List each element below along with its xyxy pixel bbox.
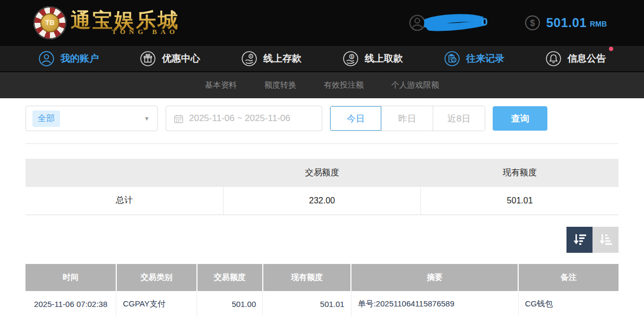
summary-table: 交易额度 现有额度 总计 232.00 501.01 bbox=[25, 159, 619, 215]
quick-range-button-group: 今日 昨日 近8日 bbox=[330, 106, 485, 131]
balance-display[interactable]: $ 501.01 RMB bbox=[524, 14, 607, 31]
date-range-input[interactable]: 2025-11-06 ~ 2025-11-06 bbox=[166, 106, 322, 131]
filter-bar: 全部 ▼ 2025-11-06 ~ 2025-11-06 今日 昨日 近8日 bbox=[25, 106, 619, 131]
withdraw-icon: $ bbox=[342, 50, 359, 67]
col-header-time: 时间 bbox=[25, 264, 116, 291]
site-subtitle: TONG BAO bbox=[112, 28, 178, 36]
nav-item-online-deposit[interactable]: 线上存款 bbox=[241, 50, 302, 67]
sort-descending-icon bbox=[573, 233, 587, 246]
nav-label: 我的账户 bbox=[61, 52, 99, 65]
nav-item-my-account[interactable]: 我的账户 bbox=[38, 50, 99, 67]
transaction-records-table: 时间 交易类别 交易额度 现有额度 摘要 备注 2025-11-06 07:02… bbox=[25, 264, 619, 316]
last-8-days-button[interactable]: 近8日 bbox=[433, 106, 485, 131]
svg-text:$: $ bbox=[530, 19, 535, 28]
sort-ascending-button[interactable] bbox=[593, 227, 619, 253]
col-header-type: 交易类别 bbox=[116, 264, 197, 291]
gift-icon bbox=[140, 50, 156, 67]
cell-type: CGPAY支付 bbox=[116, 291, 197, 316]
table-row: 2025-11-06 07:02:38 CGPAY支付 501.00 501.0… bbox=[25, 291, 619, 316]
bell-icon bbox=[545, 50, 562, 67]
summary-header-empty bbox=[25, 159, 223, 187]
col-header-balance: 现有额度 bbox=[263, 264, 351, 291]
today-button[interactable]: 今日 bbox=[330, 106, 382, 131]
records-header-row: 时间 交易类别 交易额度 现有额度 摘要 备注 bbox=[25, 264, 619, 291]
nav-item-promotions[interactable]: 优惠中心 bbox=[140, 50, 200, 67]
top-header: TB 通宝娱乐城 TONG BAO 0 bbox=[0, 0, 644, 45]
sort-descending-button[interactable] bbox=[566, 227, 593, 253]
subnav-item-game-limits[interactable]: 个人游戏限额 bbox=[391, 80, 439, 90]
section-divider bbox=[25, 143, 619, 144]
nav-label: 优惠中心 bbox=[162, 52, 200, 65]
nav-item-announcements[interactable]: 信息公告 bbox=[545, 50, 606, 67]
sort-controls bbox=[25, 227, 619, 253]
dollar-icon: $ bbox=[524, 14, 541, 31]
nav-label: 线上取款 bbox=[365, 52, 403, 65]
yesterday-button[interactable]: 昨日 bbox=[382, 106, 433, 131]
user-icon bbox=[38, 50, 55, 67]
summary-total-transaction: 232.00 bbox=[223, 187, 420, 215]
deposit-icon bbox=[241, 50, 257, 67]
col-header-remark: 备注 bbox=[518, 264, 619, 291]
username-display[interactable]: 0 bbox=[407, 13, 487, 33]
subnav-item-basic-info[interactable]: 基本资料 bbox=[205, 80, 237, 90]
balance-amount: 501.01 bbox=[546, 15, 587, 30]
nav-item-transaction-records[interactable]: 往来记录 bbox=[444, 50, 504, 67]
main-navigation: 我的账户 优惠中心 bbox=[0, 45, 644, 72]
chevron-down-icon: ▼ bbox=[144, 115, 150, 122]
nav-label: 往来记录 bbox=[466, 52, 504, 65]
main-content: 全部 ▼ 2025-11-06 ~ 2025-11-06 今日 昨日 近8日 bbox=[0, 106, 644, 316]
nav-item-online-withdrawal[interactable]: $ 线上取款 bbox=[342, 50, 403, 67]
summary-total-label: 总计 bbox=[25, 187, 223, 215]
nav-label: 线上存款 bbox=[263, 52, 302, 65]
col-header-summary: 摘要 bbox=[351, 264, 518, 291]
subnav-item-credit-transfer[interactable]: 额度转换 bbox=[264, 80, 296, 90]
site-logo[interactable]: TB 通宝娱乐城 TONG BAO bbox=[33, 6, 179, 39]
col-header-amount: 交易额度 bbox=[197, 264, 263, 291]
balance-currency: RMB bbox=[590, 18, 607, 28]
subnav-item-valid-bets[interactable]: 有效投注额 bbox=[324, 80, 364, 90]
summary-header-balance: 现有额度 bbox=[421, 159, 619, 187]
transaction-type-dropdown[interactable]: 全部 ▼ bbox=[25, 106, 158, 131]
chip-label: TB bbox=[45, 19, 54, 27]
query-button[interactable]: 查询 bbox=[493, 106, 547, 131]
cell-remark: CG钱包 bbox=[518, 291, 619, 316]
summary-total-row: 总计 232.00 501.01 bbox=[25, 187, 619, 215]
username-suffix: 0 bbox=[482, 15, 488, 28]
records-icon bbox=[444, 50, 460, 67]
dropdown-selected-value: 全部 bbox=[32, 110, 60, 127]
cell-time: 2025-11-06 07:02:38 bbox=[25, 291, 116, 316]
sub-navigation: 基本资料 额度转换 有效投注额 个人游戏限额 bbox=[0, 72, 644, 98]
summary-header-row: 交易额度 现有额度 bbox=[25, 159, 619, 187]
cell-amount: 501.00 bbox=[197, 291, 263, 316]
redacted-username-scribble: 0 bbox=[424, 13, 487, 32]
date-range-value: 2025-11-06 ~ 2025-11-06 bbox=[189, 113, 290, 124]
page: TB 通宝娱乐城 TONG BAO 0 bbox=[0, 0, 644, 316]
poker-chip-logo-icon: TB bbox=[33, 6, 66, 39]
calendar-icon bbox=[174, 114, 184, 124]
summary-total-balance: 501.01 bbox=[421, 187, 619, 215]
notification-dot bbox=[609, 47, 613, 51]
nav-label: 信息公告 bbox=[568, 52, 606, 65]
cell-balance: 501.01 bbox=[263, 291, 351, 316]
svg-text:$: $ bbox=[351, 55, 353, 59]
cell-summary: 单号:202511064115876589 bbox=[351, 291, 518, 316]
summary-header-transaction: 交易额度 bbox=[223, 159, 420, 187]
sort-ascending-icon bbox=[599, 233, 613, 246]
